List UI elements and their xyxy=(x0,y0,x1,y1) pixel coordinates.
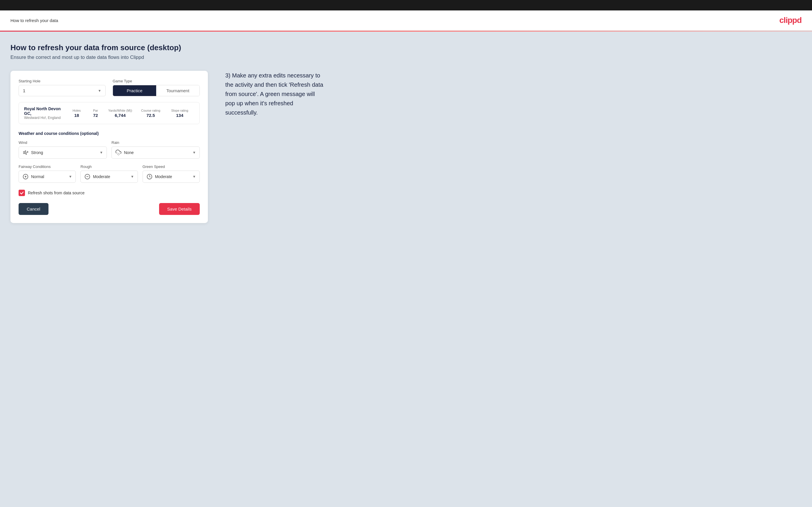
yards-col: Yards/White (M)) 6,744 xyxy=(104,109,136,118)
game-type-group: Game Type Practice Tournament xyxy=(113,79,200,96)
cancel-button[interactable]: Cancel xyxy=(18,203,48,215)
wind-value: Strong xyxy=(31,150,100,155)
course-name: Royal North Devon GC, xyxy=(24,106,66,116)
practice-button[interactable]: Practice xyxy=(113,85,156,96)
rain-icon xyxy=(115,149,122,156)
form-row-top: Starting Hole 1 ▼ Game Type Practice Tou… xyxy=(18,79,200,96)
green-speed-chevron: ▼ xyxy=(193,175,196,179)
slope-rating-col: Slope rating 134 xyxy=(165,109,194,118)
par-label: Par xyxy=(93,109,98,112)
green-speed-value: Moderate xyxy=(155,174,193,179)
wind-icon xyxy=(22,149,29,156)
rough-label: Rough xyxy=(81,164,138,169)
fairway-value: Normal xyxy=(31,174,68,179)
starting-hole-select[interactable]: 1 ▼ xyxy=(18,85,106,96)
course-row: Royal North Devon GC, Westward Ho!, Engl… xyxy=(19,102,199,124)
rain-chevron: ▼ xyxy=(193,151,196,155)
starting-hole-value: 1 xyxy=(23,88,25,93)
game-type-buttons: Practice Tournament xyxy=(113,85,200,96)
form-card: Starting Hole 1 ▼ Game Type Practice Tou… xyxy=(10,71,208,223)
slope-rating-value: 134 xyxy=(176,113,183,118)
rough-chevron: ▼ xyxy=(131,175,134,179)
header-title: How to refresh your data xyxy=(10,18,58,23)
header: How to refresh your data clippd xyxy=(0,10,812,31)
course-rating-label: Course rating xyxy=(141,109,160,112)
button-row: Cancel Save Details xyxy=(18,203,200,215)
fairway-chevron: ▼ xyxy=(68,175,72,179)
refresh-checkbox[interactable] xyxy=(18,190,25,196)
instruction-text: 3) Make any extra edits necessary to the… xyxy=(225,71,324,117)
conditions-title: Weather and course conditions (optional) xyxy=(18,131,200,136)
starting-hole-chevron: ▼ xyxy=(98,89,101,93)
main-content: How to refresh your data from source (de… xyxy=(0,32,812,507)
game-type-label: Game Type xyxy=(113,79,200,83)
rough-group: Rough Moderate ▼ xyxy=(81,164,138,183)
wind-group: Wind Strong ▼ xyxy=(18,140,107,159)
page-title: How to refresh your data from source (de… xyxy=(10,43,802,52)
holes-value: 18 xyxy=(74,113,79,118)
rough-select[interactable]: Moderate ▼ xyxy=(81,171,138,183)
course-table: Royal North Devon GC, Westward Ho!, Engl… xyxy=(18,102,200,124)
wind-label: Wind xyxy=(18,140,107,145)
rain-select[interactable]: None ▼ xyxy=(111,147,200,159)
top-bar xyxy=(0,0,812,10)
fairway-icon xyxy=(22,173,29,180)
fairway-label: Fairway Conditions xyxy=(18,164,76,169)
green-speed-icon xyxy=(146,173,153,180)
page-subtitle: Ensure the correct and most up to date d… xyxy=(10,55,802,60)
holes-col: Holes 18 xyxy=(66,109,87,118)
rough-value: Moderate xyxy=(93,174,130,179)
course-rating-value: 72.5 xyxy=(146,113,155,118)
wind-select[interactable]: Strong ▼ xyxy=(18,147,107,159)
wind-chevron: ▼ xyxy=(100,151,103,155)
course-info: Royal North Devon GC, Westward Ho!, Engl… xyxy=(24,106,66,120)
par-value: 72 xyxy=(93,113,98,118)
rough-icon xyxy=(84,173,91,180)
course-location: Westward Ho!, England xyxy=(24,116,66,120)
green-speed-group: Green Speed Moderate ▼ xyxy=(143,164,200,183)
holes-label: Holes xyxy=(72,109,81,112)
rain-group: Rain None ▼ xyxy=(111,140,200,159)
par-col: Par 72 xyxy=(87,109,104,118)
green-speed-label: Green Speed xyxy=(143,164,200,169)
refresh-checkbox-row: Refresh shots from data source xyxy=(18,190,200,196)
rain-value: None xyxy=(124,150,193,155)
fairway-group: Fairway Conditions Normal ▼ xyxy=(18,164,76,183)
tournament-button[interactable]: Tournament xyxy=(156,85,199,96)
save-button[interactable]: Save Details xyxy=(159,203,200,215)
refresh-label: Refresh shots from data source xyxy=(28,190,85,195)
slope-rating-label: Slope rating xyxy=(171,109,189,112)
starting-hole-group: Starting Hole 1 ▼ xyxy=(18,79,106,96)
yards-label: Yards/White (M)) xyxy=(108,109,132,112)
yards-value: 6,744 xyxy=(115,113,126,118)
rain-label: Rain xyxy=(111,140,200,145)
conditions-row-2: Fairway Conditions Normal ▼ Rough xyxy=(18,164,200,183)
fairway-select[interactable]: Normal ▼ xyxy=(18,171,76,183)
green-speed-select[interactable]: Moderate ▼ xyxy=(143,171,200,183)
course-rating-col: Course rating 72.5 xyxy=(136,109,165,118)
logo: clippd xyxy=(779,16,802,25)
starting-hole-label: Starting Hole xyxy=(18,79,106,83)
instruction-panel: 3) Make any extra edits necessary to the… xyxy=(225,71,324,117)
content-area: Starting Hole 1 ▼ Game Type Practice Tou… xyxy=(10,71,802,223)
conditions-row-1: Wind Strong ▼ Rain xyxy=(18,140,200,159)
